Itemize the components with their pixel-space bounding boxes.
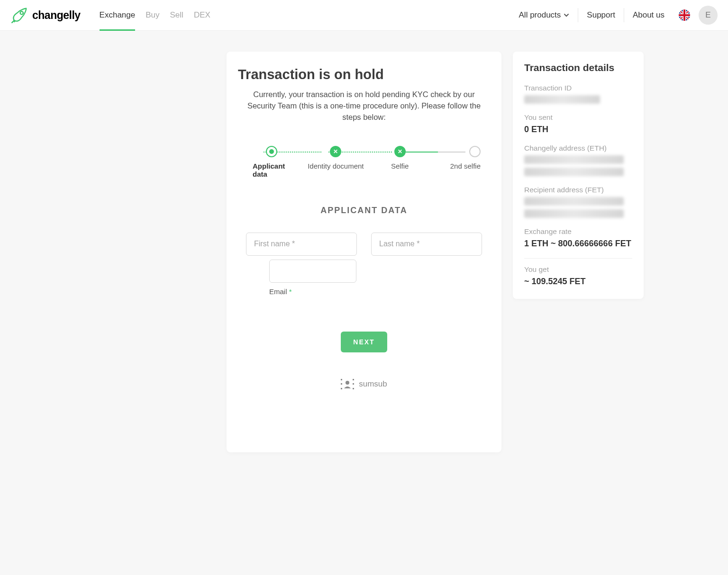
blurred-value [524,155,624,164]
rocket-icon [10,6,28,24]
header: changelly Exchange Buy Sell DEX All prod… [0,0,728,31]
step-selfie: ✕ Selfie [383,146,417,170]
blurred-value [524,168,624,176]
step-dot-x-icon: ✕ [330,146,341,157]
svg-point-9 [346,381,349,385]
nav-support[interactable]: Support [578,8,624,22]
svg-point-0 [20,11,23,14]
avatar[interactable]: E [699,6,718,25]
applicant-form: APPLICANT DATA Email * NEXT [238,206,490,389]
email-label-text: Email [269,288,287,296]
step-identity-document: ✕ Identity document [319,146,352,170]
svg-rect-8 [353,383,354,385]
step-label: Selfie [391,162,409,170]
nav-sell[interactable]: Sell [170,0,183,30]
details-label: Transaction ID [524,84,632,92]
nav-dex[interactable]: DEX [194,0,210,30]
email-field[interactable] [269,260,356,283]
brand-name: changelly [32,9,81,22]
svg-rect-5 [341,388,342,389]
next-button[interactable]: NEXT [341,332,387,352]
step-2nd-selfie: 2nd selfie [447,146,481,170]
nav-exchange[interactable]: Exchange [100,0,136,30]
sumsub-icon [341,379,354,389]
step-applicant-data: Applicant data [255,146,288,178]
step-label: Identity document [308,162,364,170]
page-description: Currently, your transaction is on hold p… [238,89,490,123]
page-title: Transaction is on hold [238,67,490,82]
svg-rect-7 [341,383,342,385]
details-you-get: You get ~ 109.5245 FET [524,265,632,287]
details-value: ~ 109.5245 FET [524,277,632,287]
step-label: 2nd selfie [450,162,481,170]
blurred-value [524,95,600,104]
first-name-field[interactable] [246,233,357,256]
details-label: Changelly address (ETH) [524,144,632,153]
details-label: Exchange rate [524,227,632,236]
logo[interactable]: changelly [10,6,81,24]
svg-rect-6 [353,388,354,389]
step-dot-x-icon: ✕ [394,146,406,157]
details-title: Transaction details [524,62,632,73]
details-label: You sent [524,113,632,122]
blurred-value [524,209,624,218]
nav-about[interactable]: About us [624,8,673,22]
blurred-value [524,197,624,206]
svg-rect-4 [353,379,354,380]
details-label: You get [524,265,632,274]
form-row-email: Email * [238,260,490,296]
nav-buy[interactable]: Buy [146,0,159,30]
secondary-nav: All products Support About us E [510,0,718,30]
divider [524,258,632,259]
stepper: Applicant data ✕ Identity document ✕ Sel… [255,146,481,178]
step-dot-current-icon [266,146,277,157]
primary-nav: Exchange Buy Sell DEX [100,0,210,30]
details-changelly-address: Changelly address (ETH) [524,144,632,176]
details-you-sent: You sent 0 ETH [524,113,632,135]
step-dot-pending-icon [469,146,481,157]
details-recipient-address: Recipient address (FET) [524,186,632,218]
kyc-provider: sumsub [238,379,490,389]
avatar-initial: E [705,10,710,20]
nav-all-products[interactable]: All products [510,8,579,22]
details-transaction-id: Transaction ID [524,84,632,104]
kyc-card: Transaction is on hold Currently, your t… [227,52,501,452]
svg-rect-3 [341,379,342,380]
transaction-details-card: Transaction details Transaction ID You s… [513,52,644,299]
step-label: Applicant data [253,162,291,178]
details-label: Recipient address (FET) [524,186,632,194]
chevron-down-icon [564,12,569,18]
last-name-field[interactable] [371,233,482,256]
details-exchange-rate: Exchange rate 1 ETH ~ 800.66666666 FET [524,227,632,249]
email-label: Email * [269,288,292,296]
details-value: 1 ETH ~ 800.66666666 FET [524,239,632,249]
language-flag-icon[interactable] [679,9,690,21]
main-content: Transaction is on hold Currently, your t… [0,31,728,452]
details-value: 0 ETH [524,125,632,135]
form-row-names [238,233,490,256]
kyc-provider-name: sumsub [359,379,387,389]
nav-all-products-label: All products [519,10,561,20]
required-star: * [289,288,292,296]
form-heading: APPLICANT DATA [238,206,490,216]
